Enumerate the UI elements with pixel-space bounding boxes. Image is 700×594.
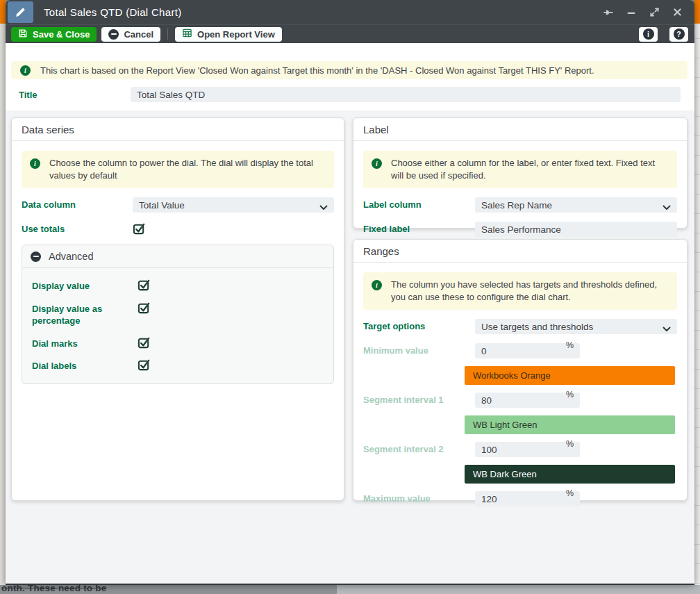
display-value-percentage-row: Display value as percentage	[32, 302, 324, 327]
save-and-close-button[interactable]: Save & Close	[11, 27, 97, 42]
target-options-row: Target options Use targets and threshold…	[363, 319, 677, 334]
segment-interval-1-label: Segment interval 1	[363, 393, 475, 406]
save-and-close-label: Save & Close	[33, 29, 90, 40]
target-options-value: Use targets and thresholds	[481, 322, 593, 332]
maximum-value-label: Maximum value	[363, 491, 475, 505]
background-header-right	[694, 0, 700, 24]
range-band-orange[interactable]: Workbooks Orange	[465, 366, 675, 385]
save-icon	[18, 28, 28, 40]
range-band-light-green-label: WB Light Green	[473, 420, 538, 430]
segment-interval-1-input[interactable]: 80	[475, 393, 580, 408]
fixed-label-row: Fixed label Sales Performance	[363, 222, 677, 237]
label-column-row: Label column Sales Rep Name	[363, 197, 677, 213]
chevron-down-icon	[319, 202, 328, 213]
cancel-icon	[108, 29, 119, 40]
open-report-view-label: Open Report View	[197, 29, 275, 40]
display-value-percentage-checkbox[interactable]	[138, 302, 151, 315]
dial-chart-dialog: Total Sales QTD (Dial Chart) Save & Clos…	[6, 0, 694, 585]
maximum-value-input[interactable]: 120	[475, 491, 580, 506]
close-icon[interactable]	[671, 6, 683, 19]
use-totals-label: Use totals	[22, 222, 133, 236]
data-column-label: Data column	[22, 197, 133, 211]
range-band-dark-green[interactable]: WB Dark Green	[465, 465, 675, 484]
ranges-heading: Ranges	[353, 240, 687, 263]
background-page-right-edge	[694, 0, 700, 585]
chevron-down-icon	[662, 324, 671, 334]
dial-labels-label: Dial labels	[32, 358, 138, 372]
info-icon: i	[30, 158, 40, 169]
toolbar-right-group: i ?	[639, 27, 694, 42]
background-partial-text: onth. These need to be	[1, 585, 106, 593]
target-options-select[interactable]: Use targets and thresholds	[475, 319, 677, 334]
label-heading: Label	[353, 118, 687, 141]
range-band-dark-green-label: WB Dark Green	[473, 469, 537, 479]
pencil-icon	[8, 1, 33, 23]
label-column-select[interactable]: Sales Rep Name	[475, 197, 677, 213]
help-icon: ?	[674, 28, 685, 40]
data-series-note: i Choose the column to power the dial. T…	[22, 151, 334, 188]
range-band-light-green[interactable]: WB Light Green	[465, 415, 675, 434]
cancel-label: Cancel	[124, 29, 153, 40]
info-icon: i	[20, 65, 31, 76]
advanced-section: Advanced Display value Display value as …	[22, 245, 334, 384]
minimum-value-label: Minimum value	[363, 343, 475, 357]
dialog-title: Total Sales QTD (Dial Chart)	[44, 6, 181, 18]
cancel-button[interactable]: Cancel	[101, 27, 160, 42]
display-value-percentage-label: Display value as percentage	[32, 302, 138, 327]
segment-interval-1-row: Segment interval 1 80 %	[363, 393, 677, 408]
info-button[interactable]: i	[639, 27, 658, 42]
label-panel: Label i Choose either a column for the l…	[353, 117, 688, 229]
percent-unit: %	[566, 488, 574, 498]
background-page-left-edge	[0, 0, 6, 585]
report-view-banner: i This chart is based on the Report View…	[11, 61, 688, 79]
background-page-bottom-edge: onth. These need to be	[0, 585, 700, 594]
data-column-select[interactable]: Total Value	[133, 197, 334, 213]
minimum-value-input[interactable]: 0	[475, 343, 580, 358]
ranges-panel: Ranges i The column you have selected ha…	[353, 239, 688, 501]
dial-labels-checkbox[interactable]	[138, 358, 151, 372]
dial-marks-checkbox[interactable]	[138, 336, 151, 349]
label-note-text: Choose either a column for the label, or…	[391, 157, 669, 182]
label-note: i Choose either a column for the label, …	[363, 151, 677, 188]
toolbar-separator	[167, 28, 168, 40]
chevron-down-icon	[662, 202, 671, 213]
data-series-note-text: Choose the column to power the dial. The…	[49, 157, 326, 182]
minimize-icon[interactable]	[625, 6, 638, 19]
dial-marks-label: Dial marks	[32, 336, 138, 350]
data-series-heading: Data series	[12, 118, 344, 141]
display-value-label: Display value	[32, 279, 138, 292]
help-button[interactable]: ?	[669, 27, 688, 42]
segment-interval-2-input[interactable]: 100	[475, 442, 580, 457]
dialog-body-section: Data series i Choose the column to power…	[6, 110, 694, 584]
label-column-label: Label column	[363, 197, 475, 211]
open-report-view-button[interactable]: Open Report View	[175, 27, 282, 42]
ranges-note: i The column you have selected has targe…	[363, 272, 677, 310]
data-series-panel: Data series i Choose the column to power…	[11, 117, 344, 501]
use-totals-row: Use totals	[22, 222, 334, 236]
label-column-value: Sales Rep Name	[481, 200, 552, 211]
pin-icon[interactable]	[602, 6, 615, 19]
ranges-note-text: The column you have selected has targets…	[391, 279, 669, 304]
info-icon: i	[372, 158, 382, 169]
fixed-label-input[interactable]: Sales Performance	[475, 222, 677, 237]
display-value-checkbox[interactable]	[138, 279, 151, 292]
banner-text: This chart is based on the Report View '…	[40, 65, 594, 76]
advanced-heading: Advanced	[49, 251, 94, 262]
percent-unit: %	[566, 390, 574, 399]
report-table-icon	[182, 28, 192, 40]
minimum-value-row: Minimum value 0 %	[363, 343, 677, 358]
use-totals-checkbox[interactable]	[133, 222, 146, 236]
collapse-icon	[31, 251, 41, 262]
window-controls	[602, 6, 694, 19]
expand-icon[interactable]	[648, 6, 660, 19]
range-band-orange-label: Workbooks Orange	[473, 370, 551, 381]
title-input[interactable]: Total Sales QTD	[131, 87, 681, 102]
data-column-row: Data column Total Value	[22, 197, 334, 213]
title-field-row: Title Total Sales QTD	[19, 87, 681, 102]
percent-unit: %	[566, 340, 574, 350]
maximum-value-row: Maximum value 120 %	[363, 491, 677, 506]
dialog-toolbar: Save & Close Cancel Open Report View i ?	[6, 24, 694, 43]
fixed-label-label: Fixed label	[363, 222, 475, 236]
advanced-header[interactable]: Advanced	[22, 245, 333, 268]
segment-interval-2-row: Segment interval 2 100 %	[363, 442, 677, 457]
